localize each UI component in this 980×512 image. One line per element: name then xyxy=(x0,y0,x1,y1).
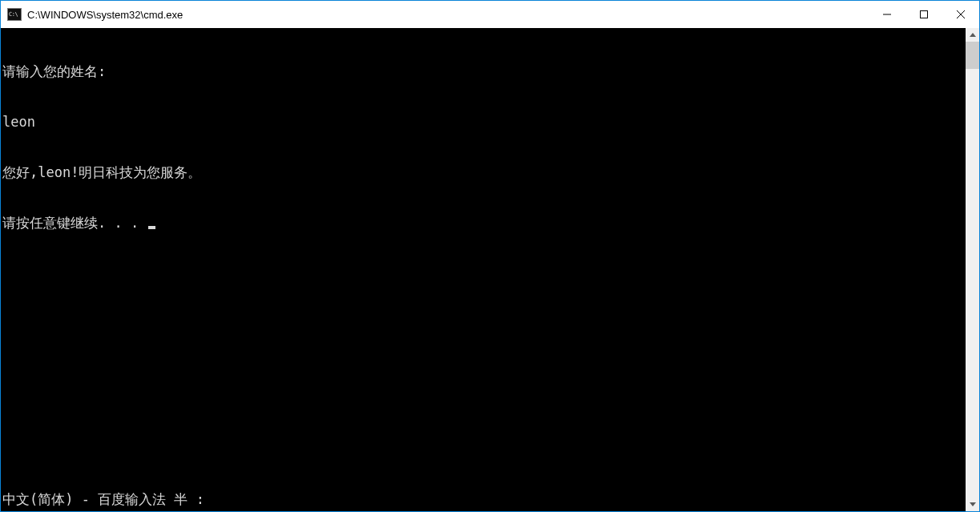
cmd-window: C:\WINDOWS\system32\cmd.exe 请输入您的姓名: leo… xyxy=(0,0,980,512)
ime-status: 中文(简体) - 百度输入法 半 : xyxy=(2,491,204,508)
scrollbar-track[interactable] xyxy=(966,42,979,498)
scroll-down-button[interactable] xyxy=(966,498,979,511)
client-area: 请输入您的姓名: leon 您好,leon!明日科技为您服务。 请按任意键继续.… xyxy=(1,28,979,511)
svg-marker-5 xyxy=(970,502,976,506)
close-button[interactable] xyxy=(942,1,979,28)
console-output[interactable]: 请输入您的姓名: leon 您好,leon!明日科技为您服务。 请按任意键继续.… xyxy=(1,28,966,511)
titlebar[interactable]: C:\WINDOWS\system32\cmd.exe xyxy=(1,1,979,28)
cursor-icon xyxy=(148,226,155,229)
cmd-icon xyxy=(7,8,22,21)
svg-rect-1 xyxy=(921,11,928,18)
scrollbar-thumb[interactable] xyxy=(966,42,979,69)
vertical-scrollbar[interactable] xyxy=(966,28,979,511)
console-line: 您好,leon!明日科技为您服务。 xyxy=(2,164,966,181)
scroll-up-button[interactable] xyxy=(966,28,979,42)
console-line: leon xyxy=(2,114,966,131)
minimize-button[interactable] xyxy=(869,1,905,28)
console-line: 请输入您的姓名: xyxy=(2,63,966,80)
maximize-button[interactable] xyxy=(905,1,942,28)
window-title: C:\WINDOWS\system32\cmd.exe xyxy=(27,9,183,21)
svg-marker-4 xyxy=(970,33,976,37)
console-line: 请按任意键继续. . . xyxy=(2,215,966,232)
